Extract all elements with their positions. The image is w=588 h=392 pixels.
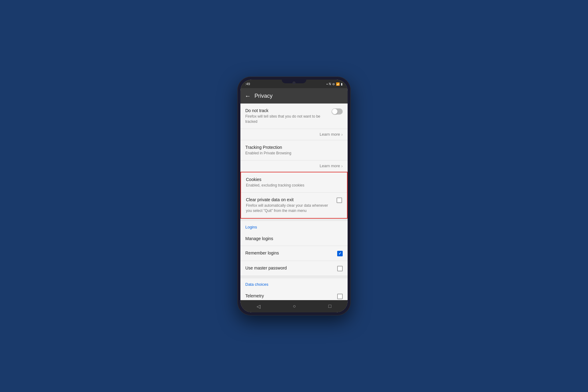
content-area: Do not track Firefox will tell sites tha… [240, 104, 348, 300]
clear-private-data-subtitle: Firefox will automatically clear your da… [246, 203, 334, 213]
screen: :49 ▪ N ⊖ 📶 ▮ ← Privacy Do no [240, 80, 348, 312]
manage-logins-title: Manage logins [245, 236, 343, 241]
do-not-track-toggle[interactable] [332, 108, 343, 115]
data-choices-section-header: Data choices [240, 278, 348, 289]
phone-device: :49 ▪ N ⊖ 📶 ▮ ← Privacy Do no [237, 77, 351, 315]
battery-icon: ▮ [341, 82, 343, 86]
do-not-track-learn-more[interactable]: Learn more › [240, 129, 348, 140]
cookies-item[interactable]: Cookies Enabled, excluding tracking cook… [241, 172, 347, 193]
do-not-track-text: Do not track Firefox will tell sites tha… [245, 108, 329, 124]
highlight-section: Cookies Enabled, excluding tracking cook… [240, 172, 348, 219]
divider-1 [240, 219, 348, 221]
clear-private-data-text: Clear private data on exit Firefox will … [246, 197, 334, 213]
do-not-track-title: Do not track [245, 108, 329, 113]
divider-2 [240, 276, 348, 278]
master-password-text: Use master password [245, 265, 335, 271]
cookies-text: Cookies Enabled, excluding tracking cook… [246, 177, 342, 188]
tracking-protection-item[interactable]: Tracking Protection Enabled in Private B… [240, 140, 348, 160]
remember-logins-checkbox[interactable] [337, 251, 343, 256]
back-button[interactable]: ← [245, 92, 251, 100]
tracking-protection-text: Tracking Protection Enabled in Private B… [245, 145, 343, 156]
nav-recents-icon[interactable]: □ [328, 303, 331, 309]
tracking-protection-title: Tracking Protection [245, 145, 343, 150]
clear-private-data-title: Clear private data on exit [246, 197, 334, 202]
telemetry-text: Telemetry Shares performance, usage, har… [245, 293, 335, 300]
phone-screen: :49 ▪ N ⊖ 📶 ▮ ← Privacy Do no [240, 80, 348, 312]
tracking-protection-subtitle: Enabled in Private Browsing [245, 151, 343, 156]
clear-private-data-item[interactable]: Clear private data on exit Firefox will … [241, 193, 347, 218]
do-not-track-subtitle: Firefox will tell sites that you do not … [245, 114, 329, 124]
toolbar: ← Privacy [240, 88, 348, 104]
phone-camera [292, 81, 296, 85]
learn-more-label-2: Learn more [320, 164, 340, 168]
master-password-item[interactable]: Use master password [240, 261, 348, 276]
toggle-knob [332, 109, 337, 114]
master-password-checkbox[interactable] [337, 266, 343, 271]
remember-logins-title: Remember logins [245, 250, 335, 256]
nav-home-icon[interactable]: ○ [293, 303, 296, 309]
status-icons: ▪ N ⊖ 📶 ▮ [326, 82, 343, 86]
data-choices-header-text: Data choices [245, 282, 268, 287]
manage-logins-item[interactable]: Manage logins [240, 232, 348, 246]
nfc-icon: N [329, 82, 331, 86]
remember-logins-text: Remember logins [245, 250, 335, 256]
mute-icon: ⊖ [332, 82, 335, 86]
logins-header-text: Logins [245, 225, 257, 229]
page-title: Privacy [254, 93, 273, 99]
logins-section-header: Logins [240, 221, 348, 232]
cookies-subtitle: Enabled, excluding tracking cookies [246, 183, 342, 188]
notification-icon: ▪ [326, 82, 328, 86]
telemetry-title: Telemetry [245, 293, 335, 299]
chevron-right-icon-1: › [341, 132, 343, 137]
telemetry-checkbox[interactable] [337, 294, 343, 299]
remember-logins-item[interactable]: Remember logins [240, 246, 348, 261]
clear-private-data-checkbox[interactable] [337, 198, 342, 203]
do-not-track-item[interactable]: Do not track Firefox will tell sites tha… [240, 104, 348, 129]
nav-bar: ◁ ○ □ [240, 300, 348, 312]
status-time: :49 [245, 82, 250, 86]
master-password-title: Use master password [245, 265, 335, 271]
learn-more-label-1: Learn more [320, 132, 340, 137]
telemetry-item[interactable]: Telemetry Shares performance, usage, har… [240, 289, 348, 300]
cookies-title: Cookies [246, 177, 342, 182]
nav-back-icon[interactable]: ◁ [257, 303, 260, 309]
chevron-right-icon-2: › [341, 164, 343, 168]
signal-icon: 📶 [336, 82, 340, 86]
manage-logins-text: Manage logins [245, 236, 343, 241]
tracking-protection-learn-more[interactable]: Learn more › [240, 160, 348, 172]
